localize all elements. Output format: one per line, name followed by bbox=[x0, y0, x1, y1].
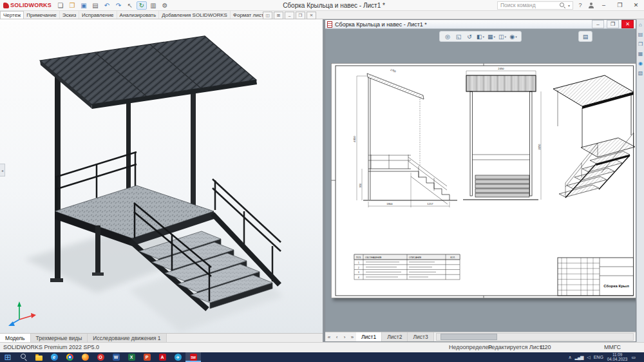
clock-date: 04.04.2023 bbox=[607, 357, 628, 362]
tab-sheet1[interactable]: Лист1 bbox=[356, 332, 382, 341]
last-sheet-button[interactable]: » bbox=[348, 334, 356, 340]
drawing-window: Сборка Крыльца и навес - Лист1 * – ❐ ✕ ◎… bbox=[325, 19, 636, 342]
close-button[interactable]: ✕ bbox=[629, 0, 643, 10]
model-3d-view[interactable] bbox=[0, 19, 323, 333]
child-close-button[interactable]: ✕ bbox=[621, 20, 634, 28]
tile-windows-icon[interactable]: ◫ bbox=[263, 12, 272, 19]
model-viewport[interactable]: ◂ bbox=[0, 19, 323, 333]
opera-icon-button[interactable]: O bbox=[93, 352, 108, 362]
product-version-label: SOLIDWORKS Premium 2022 SP5.0 bbox=[3, 344, 99, 350]
excel-icon-button[interactable]: X bbox=[124, 352, 139, 362]
featuremanager-flyout-arrow[interactable]: ◂ bbox=[0, 164, 5, 176]
tab-motion-study[interactable]: Исследование движения 1 bbox=[88, 334, 166, 342]
view-orientation-icon[interactable]: ▦▾ bbox=[487, 32, 496, 41]
sheet-properties-icon[interactable]: ▤ bbox=[581, 32, 590, 41]
redo-icon[interactable]: ↷ bbox=[113, 1, 124, 10]
minimize-child-icon[interactable]: – bbox=[285, 12, 294, 19]
telegram-icon-button[interactable]: ✈ bbox=[170, 352, 185, 362]
network-icon[interactable]: ▂▄▆ bbox=[575, 355, 583, 360]
word-icon-button[interactable]: W bbox=[108, 352, 124, 362]
child-restore-button[interactable]: ❐ bbox=[607, 20, 619, 28]
next-sheet-button[interactable]: › bbox=[341, 334, 348, 340]
model-window: ◂ Модель Трехмерные виды Исследование дв… bbox=[0, 19, 323, 342]
orientation-triad bbox=[8, 301, 36, 326]
cascade-windows-icon[interactable]: ⊞ bbox=[274, 12, 283, 19]
tab-analizirovat[interactable]: Анализировать bbox=[117, 11, 160, 19]
view-palette-icon[interactable]: ▦ bbox=[638, 52, 643, 57]
restore-child-icon[interactable]: ❐ bbox=[296, 12, 305, 19]
tab-dobavleniya[interactable]: Добавления SOLIDWORKS bbox=[159, 11, 231, 19]
taskbar-search-icon-button[interactable] bbox=[15, 352, 31, 362]
options-icon[interactable]: ⚙ bbox=[160, 1, 170, 10]
tab-primechanie[interactable]: Примечание bbox=[24, 11, 59, 19]
drawing-viewport[interactable]: ◎◱↺◧▾▦▾◫▾◉▾ ▤ bbox=[325, 29, 636, 332]
sheet-scale[interactable]: 1:20 bbox=[540, 344, 551, 350]
titleblock-title: Сборка Крыл bbox=[603, 284, 629, 288]
drawing-window-caption[interactable]: Сборка Крыльца и навес - Лист1 * – ❐ ✕ bbox=[325, 20, 636, 29]
display-style-icon[interactable]: ◫▾ bbox=[498, 32, 507, 41]
start-icon-button[interactable]: ⊞ bbox=[0, 352, 15, 362]
notification-center-icon[interactable]: ▭ bbox=[631, 355, 635, 360]
opera-icon: O bbox=[97, 354, 104, 361]
taskbar-clock[interactable]: 11:09 04.04.2023 bbox=[607, 353, 628, 362]
volume-icon[interactable]: ◁ bbox=[587, 355, 589, 360]
previous-sheet-button[interactable]: ‹ bbox=[333, 334, 341, 340]
dim-run-platform: 1800 bbox=[386, 202, 393, 205]
titlebar-right: Поиск команд ▾ ? – ❐ ✕ bbox=[497, 0, 644, 10]
child-minimize-button[interactable]: – bbox=[592, 20, 604, 28]
scrollbar-thumb[interactable] bbox=[440, 334, 497, 340]
undo-icon[interactable]: ↶ bbox=[102, 1, 112, 10]
help-icon[interactable]: ? bbox=[576, 2, 585, 8]
chrome-icon-button[interactable] bbox=[62, 352, 77, 362]
select-icon[interactable]: ↖ bbox=[125, 1, 135, 10]
drawing-sheet-svg[interactable]: 4050 950 1750 1800 1217 bbox=[331, 63, 636, 298]
mdi-area: ◂ Модель Трехмерные виды Исследование дв… bbox=[0, 19, 644, 342]
powerpoint-icon-button[interactable]: P bbox=[139, 352, 155, 362]
home-icon[interactable]: ⌂ bbox=[639, 23, 642, 28]
acrobat-icon-button[interactable]: A bbox=[155, 352, 170, 362]
drawing-sheet[interactable]: 4050 950 1750 1800 1217 bbox=[331, 63, 636, 298]
task-pane: ⌂▤❒▦◉▧ bbox=[636, 19, 644, 342]
chevron-down-icon[interactable]: ▾ bbox=[568, 3, 570, 8]
close-child-icon[interactable]: ✕ bbox=[307, 12, 316, 19]
powerpoint-icon: P bbox=[144, 354, 151, 361]
file-explorer-icon-button[interactable] bbox=[31, 352, 46, 362]
open-document-icon[interactable]: ❐ bbox=[67, 1, 77, 10]
bom-pos-3: 3 bbox=[358, 271, 359, 274]
titlebar-toolbar: ❏❐▣▤↶↷↖↻▥⚙ bbox=[55, 1, 171, 10]
previous-view-icon[interactable]: ↺ bbox=[465, 32, 474, 41]
save-icon[interactable]: ▣ bbox=[79, 1, 89, 10]
file-properties-icon[interactable]: ▥ bbox=[148, 1, 158, 10]
rebuild-icon[interactable]: ↻ bbox=[137, 1, 147, 10]
file-explorer-pane-icon[interactable]: ❒ bbox=[638, 42, 643, 47]
command-search-box[interactable]: Поиск команд ▾ bbox=[497, 1, 573, 10]
tab-eskiz[interactable]: Эскиз bbox=[60, 11, 79, 19]
tab-3d-views[interactable]: Трехмерные виды bbox=[31, 334, 88, 342]
tab-ispravlenie[interactable]: Исправление bbox=[79, 11, 117, 19]
hide-show-items-icon[interactable]: ◉▾ bbox=[509, 32, 518, 41]
tray-expand-icon[interactable]: ∧ bbox=[568, 355, 571, 360]
edge-icon-button[interactable]: e bbox=[46, 352, 62, 362]
tab-chertezh[interactable]: Чертеж bbox=[0, 11, 24, 19]
units-label[interactable]: ММГС bbox=[604, 344, 621, 350]
firefox-icon-button[interactable] bbox=[77, 352, 93, 362]
zoom-fit-icon[interactable]: ◎ bbox=[443, 32, 452, 41]
zoom-area-icon[interactable]: ◱ bbox=[454, 32, 463, 41]
section-view-icon[interactable]: ◧▾ bbox=[476, 32, 485, 41]
custom-properties-icon[interactable]: ▧ bbox=[638, 71, 643, 76]
appearances-icon[interactable]: ◉ bbox=[638, 61, 643, 66]
new-document-icon[interactable]: ❏ bbox=[55, 1, 66, 10]
tray-lang-label[interactable]: ENG bbox=[594, 355, 603, 359]
print-icon[interactable]: ▤ bbox=[90, 1, 100, 10]
search-icon[interactable] bbox=[559, 2, 565, 8]
design-library-icon[interactable]: ▤ bbox=[638, 32, 643, 37]
tab-model[interactable]: Модель bbox=[0, 334, 31, 342]
tab-sheet2[interactable]: Лист2 bbox=[382, 332, 408, 341]
maximize-button[interactable]: ❐ bbox=[613, 0, 627, 10]
tab-sheet3[interactable]: Лист3 bbox=[408, 332, 433, 341]
horizontal-scrollbar[interactable] bbox=[436, 333, 634, 341]
minimize-button[interactable]: – bbox=[597, 0, 611, 10]
solidworks-taskbar-icon-button[interactable]: SW bbox=[185, 352, 201, 362]
user-account-icon[interactable] bbox=[587, 2, 594, 9]
first-sheet-button[interactable]: « bbox=[325, 334, 333, 340]
